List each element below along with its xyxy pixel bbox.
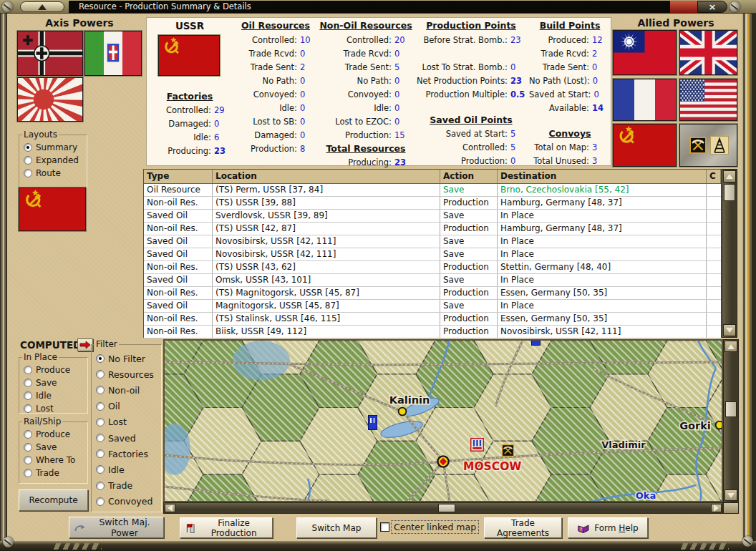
in-place-option[interactable]: Idle xyxy=(24,389,84,402)
center-linked-map-checkbox[interactable] xyxy=(380,522,389,532)
cell-type: Non-oil Res. xyxy=(144,326,213,338)
stat-label: Production: xyxy=(413,155,510,168)
stat-row: Production:8 xyxy=(233,142,319,156)
screw-icon xyxy=(742,536,753,547)
col-c[interactable]: C xyxy=(707,170,721,183)
rail-ship-option[interactable]: Trade xyxy=(24,467,84,479)
ussr-flag-allied[interactable] xyxy=(613,124,677,167)
radio-icon xyxy=(24,391,32,400)
finalize-production-button[interactable]: Finalize Production xyxy=(180,517,273,538)
china-flag[interactable] xyxy=(613,30,677,75)
map-vscroll-thumb[interactable] xyxy=(725,401,737,417)
usa-flag[interactable] xyxy=(679,79,737,121)
stat-value: 5 xyxy=(394,61,413,74)
col-type[interactable]: Type xyxy=(144,170,213,183)
table-row[interactable]: Saved Oil Magnitogorsk, USSR [45, 87] Sa… xyxy=(144,300,721,313)
rail-ship-option[interactable]: Where To xyxy=(24,454,84,467)
table-row[interactable]: Oil Resource (TS) Perm, USSR [37, 84] Sa… xyxy=(144,184,721,197)
stat-label: Damaged: xyxy=(147,117,214,131)
in-place-legend: In Place xyxy=(22,352,59,362)
table-header: Type Location Action Destination C xyxy=(144,170,721,184)
rollup-button[interactable] xyxy=(20,1,64,12)
table-row[interactable]: Saved Oil Novosibirsk, USSR [42, 111] Sa… xyxy=(144,248,721,261)
cell-c xyxy=(707,313,721,325)
germany-flag[interactable] xyxy=(17,31,83,76)
in-place-option[interactable]: Lost xyxy=(24,402,84,415)
col-destination[interactable]: Destination xyxy=(498,170,707,183)
filter-option[interactable]: Non-oil xyxy=(96,382,158,398)
map-scroll-left-button[interactable] xyxy=(165,504,175,512)
resource-icons-tile[interactable] xyxy=(679,124,737,167)
close-button[interactable]: × xyxy=(697,1,727,13)
bp-rows: Produced:12Trade Rcvd:2Trade Sent:0No Pa… xyxy=(529,34,611,115)
filter-option[interactable]: Factories xyxy=(96,446,158,462)
filter-option[interactable]: Idle xyxy=(96,462,158,477)
filter-option[interactable]: Lost xyxy=(96,414,158,430)
table-row[interactable]: Non-oil Res. Biisk, USSR [49, 112] Produ… xyxy=(144,326,721,338)
switch-major-power-button[interactable]: Switch Maj. Power xyxy=(69,517,164,538)
stat-label: Trade Rcvd: xyxy=(233,47,300,61)
table-scrollbar[interactable] xyxy=(722,169,737,338)
map-hscrollbar[interactable] xyxy=(163,502,723,514)
form-help-button[interactable]: Form Help xyxy=(568,517,648,538)
arrow-left-icon xyxy=(168,504,173,512)
rail-ship-option[interactable]: Produce xyxy=(24,428,84,441)
layout-option[interactable]: Summary xyxy=(24,141,84,154)
filter-option[interactable]: Convoyed xyxy=(96,494,158,509)
filter-option[interactable]: No Filter xyxy=(96,351,158,366)
stat-value: 23 xyxy=(394,156,413,170)
table-row[interactable]: Non-oil Res. (TS) USSR [42, 87] Producti… xyxy=(144,223,721,235)
radio-icon xyxy=(96,482,105,490)
switch-map-button[interactable]: Switch Map xyxy=(296,517,377,538)
recompute-button[interactable]: Recompute xyxy=(19,489,88,511)
filter-option[interactable]: Saved xyxy=(96,430,158,446)
in-place-option[interactable]: Save xyxy=(24,376,84,389)
japan-flag[interactable] xyxy=(17,77,83,122)
in-place-option[interactable]: Produce xyxy=(24,364,84,376)
cell-type: Oil Resource xyxy=(144,184,213,196)
stat-row: Trade Rcvd:0 xyxy=(233,47,319,61)
map-hscroll-thumb[interactable] xyxy=(438,504,455,512)
filter-option[interactable]: Oil xyxy=(96,399,158,414)
radio-icon xyxy=(96,449,105,458)
table-row[interactable]: Non-oil Res. (TS) USSR [43, 62] Producti… xyxy=(144,261,721,274)
convoys-rows: Total on Map:3Total Unused:3 xyxy=(529,141,611,168)
filter-option[interactable]: Resources xyxy=(96,366,158,382)
cell-location: Novosibirsk, USSR [42, 111] xyxy=(213,248,440,260)
col-location[interactable]: Location xyxy=(213,170,440,183)
stat-value: 3 xyxy=(592,141,611,155)
mine-icon-moscow xyxy=(503,445,514,457)
hex-map[interactable]: Kalinin MOSCOW Vladimir Gorki Oka xyxy=(163,339,723,502)
table-row[interactable]: Non-oil Res. (TS) Stalinsk, USSR [46, 11… xyxy=(144,313,721,326)
stat-label: Convoyed: xyxy=(319,88,394,102)
scroll-down-button[interactable] xyxy=(723,324,736,336)
uk-flag[interactable] xyxy=(679,30,737,75)
france-flag[interactable] xyxy=(613,79,677,121)
layout-option[interactable]: Route xyxy=(24,167,84,180)
table-row[interactable]: Saved Oil Omsk, USSR [43, 101] Save In P… xyxy=(144,274,721,287)
map-scroll-right-button[interactable] xyxy=(711,504,722,512)
factory-icon-top xyxy=(532,341,541,346)
table-row[interactable]: Saved Oil Sverdlovsk, USSR [39, 89] Save… xyxy=(144,210,721,223)
title-bar[interactable]: Resource - Production Summary & Details … xyxy=(0,0,756,14)
trade-agreements-button[interactable]: Trade Agreements xyxy=(484,517,562,538)
scroll-thumb[interactable] xyxy=(724,184,735,201)
layout-option[interactable]: Expanded xyxy=(24,154,84,167)
cell-location: Magnitogorsk, USSR [45, 87] xyxy=(213,300,440,312)
table-row[interactable]: Non-oil Res. (TS) Magnitogorsk, USSR [45… xyxy=(144,287,721,300)
production-points-column: Production Points Before Strat. Bomb.:23… xyxy=(413,19,529,164)
map-scroll-up-button[interactable] xyxy=(724,341,737,352)
scroll-up-button[interactable] xyxy=(723,170,736,182)
map-vscrollbar[interactable] xyxy=(723,339,739,502)
center-linked-map-label[interactable]: Center linked map xyxy=(392,522,478,532)
ussr-flag-selected[interactable] xyxy=(19,187,86,231)
col-action[interactable]: Action xyxy=(440,170,498,183)
map-scroll-down-button[interactable] xyxy=(724,489,737,501)
italy-flag[interactable] xyxy=(84,31,142,76)
table-row[interactable]: Non-oil Res. (TS) USSR [39, 88] Producti… xyxy=(144,197,721,210)
rail-ship-option[interactable]: Save xyxy=(24,441,84,454)
table-row[interactable]: Saved Oil Novosibirsk, USSR [42, 111] Sa… xyxy=(144,235,721,248)
filter-option[interactable]: Trade xyxy=(96,478,158,494)
factory-icon-kalinin xyxy=(369,416,377,430)
factories-column: USSR Factories Controlled:29Damaged:0Idl… xyxy=(147,19,233,164)
